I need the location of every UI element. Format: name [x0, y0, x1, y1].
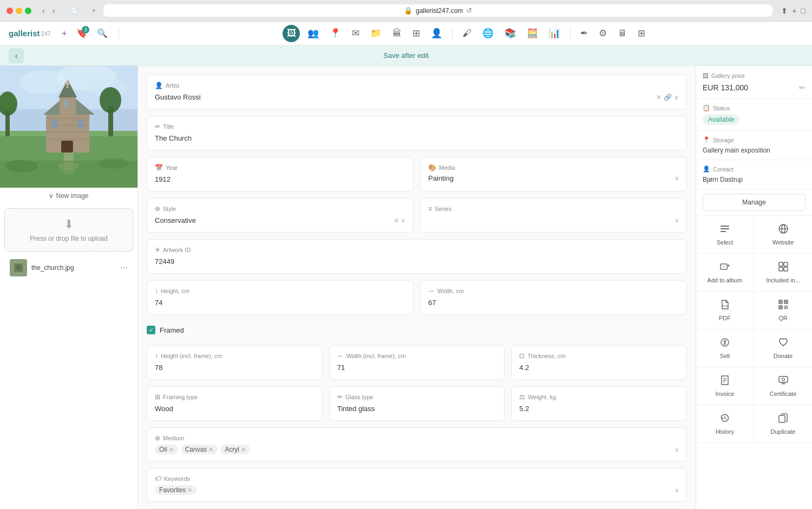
- add-to-album-button[interactable]: Add to album: [696, 254, 754, 292]
- app-logo: gallerist247: [9, 29, 51, 38]
- back-button[interactable]: ‹: [9, 48, 24, 63]
- search-button[interactable]: 🔍: [95, 26, 110, 41]
- artwork-image: [0, 66, 137, 188]
- width-incl-field: ↔ Width (incl. frame), cm: [329, 345, 505, 380]
- thickness-icon: ⊡: [519, 352, 525, 360]
- width-incl-input[interactable]: [337, 362, 497, 373]
- browser-back-button[interactable]: ‹: [40, 5, 47, 16]
- price-edit-button[interactable]: ✏: [799, 83, 806, 92]
- height-incl-input[interactable]: [155, 362, 315, 373]
- width-input[interactable]: [428, 298, 679, 308]
- width-field: ↔ Width, cm: [420, 280, 687, 315]
- location-nav-button[interactable]: 📍: [326, 25, 344, 41]
- remove-favorites-button[interactable]: ✕: [187, 487, 192, 494]
- website-button[interactable]: Website: [754, 216, 812, 254]
- sell-button[interactable]: Sell: [696, 329, 754, 367]
- artist-clear-button[interactable]: ✕: [656, 94, 662, 101]
- new-tab-button[interactable]: +: [88, 5, 99, 16]
- browser-tab[interactable]: 📄: [66, 5, 84, 16]
- qr-button[interactable]: QR: [754, 292, 812, 329]
- close-dot[interactable]: [6, 8, 13, 14]
- share-button[interactable]: ⬆: [781, 6, 788, 15]
- bookmarks-button[interactable]: 🔖 3: [74, 26, 89, 41]
- weight-input[interactable]: [519, 404, 679, 414]
- monitor-nav-button[interactable]: 🖥: [614, 26, 630, 41]
- tag-acryl[interactable]: Acryl ✕: [220, 445, 250, 454]
- new-image-button[interactable]: ∨ New image: [0, 188, 137, 204]
- reports-nav-button[interactable]: 📊: [546, 25, 564, 41]
- svg-rect-56: [786, 306, 788, 307]
- tag-canvas[interactable]: Canvas ✕: [181, 445, 218, 454]
- tag-favorites[interactable]: Favorites ✕: [155, 485, 197, 495]
- brush-nav-button[interactable]: 🖌: [459, 26, 475, 41]
- file-menu-button[interactable]: ⋯: [120, 263, 128, 272]
- calculator-nav-button[interactable]: 🧮: [523, 25, 541, 41]
- apps-nav-button[interactable]: ⊞: [634, 25, 649, 41]
- maximize-dot[interactable]: [25, 8, 31, 14]
- address-bar[interactable]: 🔒 gallerist247.com ↺: [103, 4, 772, 17]
- pen-nav-button[interactable]: ✒: [577, 25, 591, 41]
- add-button[interactable]: +: [60, 27, 69, 41]
- svg-rect-36: [721, 226, 729, 227]
- folders-nav-button[interactable]: 📁: [367, 25, 385, 41]
- museum-nav-button[interactable]: 🏛: [389, 26, 405, 41]
- tag-oil[interactable]: Oil ✕: [155, 445, 178, 454]
- certificate-icon: [778, 375, 789, 388]
- framing-type-input[interactable]: [155, 404, 315, 414]
- upload-area[interactable]: ⬇ Press or drop file to upload: [4, 208, 133, 252]
- select-button[interactable]: Select: [696, 216, 754, 254]
- minimize-dot[interactable]: [16, 8, 22, 14]
- glass-type-input[interactable]: [337, 404, 497, 414]
- action-grid: Select Website: [696, 215, 812, 443]
- year-field: 📅 Year: [147, 157, 414, 191]
- framed-checkbox[interactable]: ✓: [147, 326, 155, 334]
- artwork-nav-button[interactable]: 🖼: [283, 25, 300, 42]
- series-chevron-icon: ∨: [675, 217, 679, 224]
- library-nav-button[interactable]: 📚: [501, 25, 519, 41]
- contacts-nav-button[interactable]: 👥: [304, 25, 322, 41]
- globe-nav-button[interactable]: 🌐: [479, 25, 497, 41]
- browser-forward-button[interactable]: ›: [50, 5, 57, 16]
- media-select[interactable]: Painting Sculpture Photography: [428, 174, 675, 182]
- donate-icon: [778, 337, 789, 351]
- svg-rect-27: [62, 141, 72, 151]
- style-input[interactable]: [155, 215, 394, 226]
- thickness-input[interactable]: [519, 362, 679, 373]
- messages-nav-button[interactable]: ✉: [349, 25, 363, 41]
- included-in-button[interactable]: Included in...: [754, 254, 812, 292]
- duplicate-button[interactable]: Duplicate: [754, 405, 812, 443]
- svg-rect-38: [721, 231, 726, 232]
- remove-acryl-button[interactable]: ✕: [241, 446, 246, 453]
- year-input[interactable]: [155, 174, 405, 184]
- settings-nav-button[interactable]: ⚙: [595, 25, 610, 41]
- contact-section: 👤 Contact Bjørn Dastrup: [696, 160, 812, 189]
- manage-button[interactable]: Manage: [703, 194, 806, 211]
- certificate-button[interactable]: Certificate: [754, 367, 812, 405]
- height-input[interactable]: [155, 298, 405, 308]
- pencil-icon: ✏: [155, 123, 160, 130]
- upload-label: Press or drop file to upload: [30, 235, 107, 242]
- storage-value: Gallery main exposition: [703, 147, 770, 154]
- grid-nav-button[interactable]: ⊞: [409, 25, 423, 41]
- pdf-button[interactable]: PDF PDF: [696, 292, 754, 329]
- sidebar-toggle-button[interactable]: □: [801, 6, 806, 15]
- artist-dropdown-button[interactable]: ∨: [674, 94, 679, 101]
- title-input[interactable]: [155, 133, 679, 143]
- remove-canvas-button[interactable]: ✕: [208, 446, 213, 453]
- artist-input[interactable]: [155, 92, 656, 102]
- remove-oil-button[interactable]: ✕: [169, 446, 174, 453]
- svg-point-31: [5, 160, 38, 173]
- svg-rect-23: [51, 119, 58, 129]
- style-clear-button[interactable]: ✕: [394, 217, 399, 224]
- artist-link-button[interactable]: 🔗: [664, 94, 672, 101]
- donate-button[interactable]: Donate: [754, 329, 812, 367]
- svg-rect-25: [64, 100, 69, 107]
- artwork-id-input[interactable]: [155, 256, 679, 267]
- accounts-nav-button[interactable]: 👤: [428, 25, 446, 41]
- series-input[interactable]: [428, 215, 675, 226]
- invoice-button[interactable]: Invoice: [696, 367, 754, 405]
- history-button[interactable]: History: [696, 405, 754, 443]
- bookmark-button[interactable]: +: [792, 6, 796, 15]
- svg-rect-50: [780, 301, 781, 303]
- svg-rect-13: [46, 117, 89, 119]
